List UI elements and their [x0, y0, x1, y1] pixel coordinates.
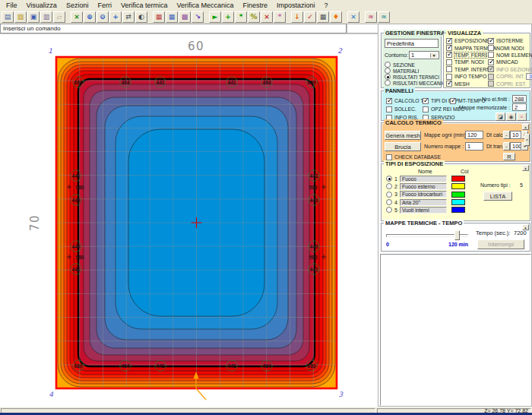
- checkbox-temp-interne[interactable]: [446, 66, 452, 72]
- zoom-in-button[interactable]: ⊕: [84, 11, 96, 23]
- snapshot-tool-button[interactable]: ◉: [506, 112, 516, 121]
- mesh-view-mixed-button[interactable]: ▩: [179, 11, 191, 23]
- menu-item-[interactable]: ?: [320, 1, 333, 10]
- dt-calc-minus-button[interactable]: -: [503, 131, 510, 139]
- pan-button[interactable]: +: [109, 11, 122, 23]
- exposure-color-swatch[interactable]: [451, 176, 465, 182]
- check-results-button[interactable]: ✓: [304, 11, 316, 23]
- preset-field[interactable]: Predefinita: [385, 39, 439, 48]
- radio-exposure-3[interactable]: [386, 192, 392, 198]
- cut-section-button[interactable]: ×: [347, 11, 359, 23]
- brucia-button[interactable]: Brucia: [385, 142, 421, 151]
- chart-m-button[interactable]: ≈: [365, 11, 377, 23]
- shade-button[interactable]: ◐: [135, 11, 147, 23]
- menu-item-visualizza[interactable]: Visualizza: [22, 1, 62, 10]
- dt-calc-field[interactable]: 10: [510, 131, 521, 139]
- top-right-strip: [347, 24, 378, 33]
- checkbox-copri-int[interactable]: [488, 74, 494, 80]
- numero-mappe-field[interactable]: 1: [465, 142, 483, 150]
- checkbox-temp-nodi[interactable]: [446, 59, 452, 65]
- new-button[interactable]: ▤: [2, 11, 14, 23]
- interrompi-button[interactable]: Interrompi: [477, 239, 524, 249]
- menu-item-impostazioni[interactable]: Impostazioni: [272, 1, 320, 10]
- chevron-down-icon[interactable]: ▼: [430, 53, 437, 58]
- exposure-color-swatch[interactable]: [451, 207, 465, 213]
- radio-label: MATERIALI: [393, 68, 419, 74]
- contorno-select[interactable]: 1 ▼: [409, 51, 439, 59]
- thermal-map-button[interactable]: ↓: [291, 11, 303, 23]
- radio-exposure-5[interactable]: [386, 207, 392, 213]
- checkbox-isoterme[interactable]: [488, 38, 494, 44]
- menu-item-finestre[interactable]: Finestre: [238, 1, 272, 10]
- lista-button[interactable]: LISTA: [483, 192, 512, 201]
- menu-item-ferri[interactable]: Ferri: [93, 1, 116, 10]
- node-add-button[interactable]: +: [222, 11, 234, 23]
- fire-button[interactable]: ♦: [330, 11, 342, 23]
- section-arrow-button[interactable]: ↘: [192, 11, 204, 23]
- menu-item-verifica-termica[interactable]: Verifica termica: [116, 1, 173, 10]
- copri-int-field[interactable]: 3: [526, 73, 532, 80]
- exposure-name-field[interactable]: Fuoco: [400, 176, 447, 182]
- dt-tran-minus-button[interactable]: -: [503, 142, 510, 150]
- import-button[interactable]: ▥: [40, 11, 52, 23]
- delete-entity-button[interactable]: ×: [71, 11, 83, 23]
- mappe-ogni-field[interactable]: 120: [465, 131, 483, 139]
- time-slider-handle[interactable]: [454, 230, 460, 240]
- radio-risultati-termici[interactable]: [385, 74, 391, 80]
- exposure-color-swatch[interactable]: [451, 192, 465, 198]
- radio-sezione[interactable]: [385, 62, 391, 68]
- edit-button[interactable]: ▱: [53, 11, 65, 23]
- checkbox-mesh[interactable]: [446, 81, 452, 87]
- chart-tool-button[interactable]: ≈: [517, 112, 527, 121]
- checkbox-temp-ferri[interactable]: [446, 52, 452, 58]
- save-button[interactable]: ▣: [27, 11, 40, 23]
- checkbox-mt-tempo[interactable]: [450, 98, 456, 104]
- drawing-canvas[interactable]: 6804644414414646806804644414414646804415…: [0, 33, 378, 407]
- checkbox-calcolo-t[interactable]: [386, 98, 392, 104]
- checkbox-tipi-di-esp[interactable]: [423, 98, 429, 104]
- node-delete-button[interactable]: ×: [261, 11, 273, 23]
- node-star-button[interactable]: *: [235, 11, 247, 23]
- radio-exposure-2[interactable]: [386, 183, 392, 189]
- genera-mesh-button[interactable]: Genera mesh: [385, 131, 421, 140]
- checkbox-opz-rei-mec[interactable]: [423, 106, 429, 112]
- exposure-color-swatch[interactable]: [451, 199, 465, 205]
- open-button[interactable]: ▨: [14, 11, 27, 23]
- exposure-name-field[interactable]: Fuoco esterno: [400, 183, 447, 190]
- shade-icon: ◐: [138, 14, 144, 21]
- refresh-button[interactable]: ⇄: [122, 11, 135, 23]
- mesh-view-blue-button[interactable]: ▦: [166, 11, 178, 23]
- exposure-color-swatch[interactable]: [451, 183, 465, 189]
- radio-exposure-1[interactable]: [386, 176, 392, 182]
- results-table-button[interactable]: ▦: [317, 11, 329, 23]
- node-move-button[interactable]: *: [274, 11, 286, 23]
- node-insert-button[interactable]: ►: [209, 11, 221, 23]
- node-percent-button[interactable]: %: [248, 11, 260, 23]
- r-button[interactable]: R: [503, 153, 515, 160]
- menu-item-sezioni[interactable]: Sezioni: [62, 1, 93, 10]
- exposure-name-field[interactable]: Fuoco idrocarburi: [400, 191, 447, 198]
- menu-item-verifica-meccanica[interactable]: Verifica Meccanica: [172, 1, 238, 10]
- checkbox-nomi-nodi[interactable]: [488, 45, 494, 51]
- contorno-label: Contorno:: [385, 52, 408, 58]
- radio-exposure-4[interactable]: [386, 199, 392, 205]
- panel-scroll-button[interactable]: ▴: [522, 165, 529, 171]
- checkbox-sollec[interactable]: [386, 106, 392, 112]
- mesh-view-red-button[interactable]: ▦: [153, 11, 165, 23]
- menu-item-file[interactable]: File: [2, 1, 22, 10]
- panel-collapse-button[interactable]: ▴: [522, 124, 529, 130]
- back-button[interactable]: <: [524, 134, 530, 146]
- checkbox-info-sezione[interactable]: [488, 66, 494, 72]
- paint-tool-button[interactable]: ◪: [496, 112, 505, 121]
- zoom-out-button[interactable]: ⊖: [97, 11, 109, 23]
- exposure-name-field[interactable]: Aria 20°: [400, 199, 447, 206]
- radio-materiali[interactable]: [385, 68, 391, 74]
- chart-n-button[interactable]: ≈: [378, 11, 390, 23]
- checkbox-copri-est[interactable]: [488, 81, 494, 87]
- checkbox-check-database[interactable]: [386, 154, 392, 160]
- dt-tran-field[interactable]: 100: [510, 142, 521, 150]
- rebar-temp: 680: [74, 363, 83, 369]
- radio-risultati-meccanici[interactable]: [385, 80, 391, 86]
- command-input[interactable]: Inserisci un comando: [0, 24, 347, 33]
- exposure-name-field[interactable]: Vuoti interni: [400, 207, 447, 214]
